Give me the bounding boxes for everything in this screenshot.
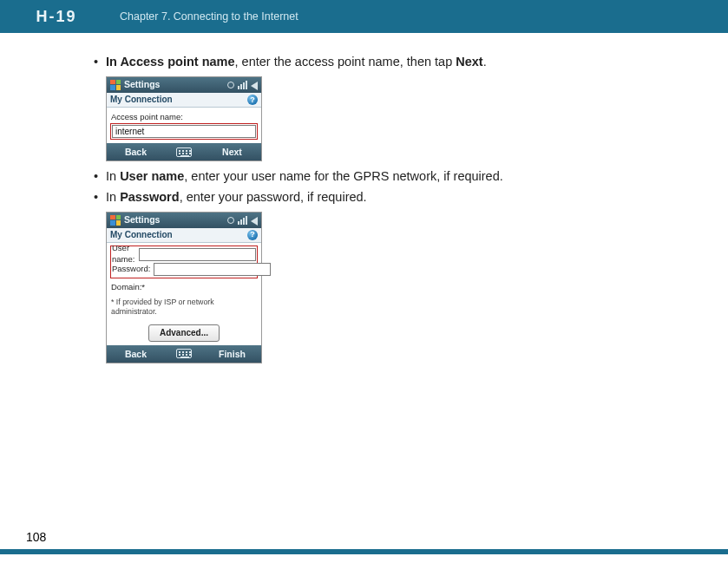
softkey-back[interactable]: Back — [107, 146, 165, 158]
phone-content: User name: Password: Domain:* * If provi… — [107, 243, 261, 345]
page-header: H-19 Chapter 7. Connecting to the Intern… — [0, 0, 728, 33]
help-icon[interactable]: ? — [247, 230, 258, 240]
phone-subtitle: My Connection — [110, 229, 173, 241]
phone-title: Settings — [124, 78, 160, 90]
user-name-input[interactable] — [139, 248, 256, 261]
radio-icon — [227, 217, 234, 224]
text: , enter the access point name, then tap — [235, 55, 456, 69]
signal-icon — [238, 215, 247, 225]
text-bold: User name — [120, 169, 184, 183]
text: In — [106, 190, 120, 204]
signal-icon — [238, 80, 247, 89]
phone-subtitle: My Connection — [110, 94, 173, 106]
help-icon[interactable]: ? — [247, 95, 258, 105]
keyboard-icon — [176, 147, 192, 157]
softkey-finish[interactable]: Finish — [203, 348, 261, 360]
text-bold: Next — [456, 55, 482, 69]
phone-titlebar: Settings — [107, 213, 261, 228]
user-name-label: User name: — [112, 243, 135, 265]
text: . — [483, 55, 487, 69]
text-bold: Password — [120, 190, 180, 204]
footer-rule — [0, 549, 728, 554]
windows-flag-icon — [110, 215, 121, 226]
phone-screenshot-credentials: Settings My Connection ? User name: Pass… — [106, 212, 262, 363]
text-bold: In Access point name — [106, 55, 235, 69]
softkey-keyboard[interactable] — [165, 349, 203, 358]
softkey-back[interactable]: Back — [107, 348, 165, 360]
highlight-credentials: User name: Password: — [110, 245, 258, 278]
phone-softkey-bar: Back Finish — [107, 345, 261, 363]
brand-logo-text: H-19 — [36, 8, 76, 26]
bullet-user-name: In User name, enter your user name for t… — [94, 168, 702, 186]
softkey-next[interactable]: Next — [203, 146, 261, 158]
highlight-apn — [110, 123, 258, 140]
phone-subtitle-bar: My Connection ? — [107, 93, 261, 108]
advanced-button-wrap: Advanced... — [111, 324, 257, 342]
bullet-access-point-name: In Access point name, enter the access p… — [94, 54, 702, 71]
page-body: In Access point name, enter the access p… — [0, 33, 728, 363]
phone-subtitle-bar: My Connection ? — [107, 228, 261, 243]
page-root: H-19 Chapter 7. Connecting to the Intern… — [0, 0, 728, 563]
phone-title: Settings — [124, 213, 160, 226]
brand-logo: H-19 — [0, 8, 113, 26]
apn-input[interactable] — [112, 125, 256, 138]
apn-field-label: Access point name: — [111, 112, 257, 123]
phone-screenshot-apn: Settings My Connection ? Access point na… — [106, 76, 262, 162]
page-number: 108 — [26, 530, 46, 544]
advanced-button[interactable]: Advanced... — [148, 324, 220, 342]
windows-flag-icon — [110, 80, 121, 90]
row-password: Password: — [112, 262, 256, 277]
chapter-title: Chapter 7. Connecting to the Internet — [113, 10, 728, 23]
bullet-password: In Password, enter your password, if req… — [94, 189, 702, 206]
keyboard-icon — [176, 349, 192, 358]
phone-titlebar: Settings — [107, 77, 261, 93]
text: , enter your user name for the GPRS netw… — [184, 169, 503, 183]
volume-icon — [251, 82, 258, 90]
password-input[interactable] — [154, 263, 271, 276]
text: In — [106, 169, 120, 183]
text: , enter your password, if required. — [180, 190, 367, 204]
softkey-keyboard[interactable] — [165, 147, 203, 157]
phone-softkey-bar: Back Next — [107, 143, 261, 160]
password-label: Password: — [112, 264, 150, 275]
radio-icon — [227, 82, 234, 88]
volume-icon — [251, 217, 258, 226]
phone-content: Access point name: — [107, 108, 261, 144]
domain-label: Domain:* — [111, 282, 161, 293]
footnote: * If provided by ISP or network administ… — [111, 298, 257, 318]
row-domain: Domain:* — [111, 280, 257, 295]
row-user-name: User name: — [112, 247, 256, 262]
